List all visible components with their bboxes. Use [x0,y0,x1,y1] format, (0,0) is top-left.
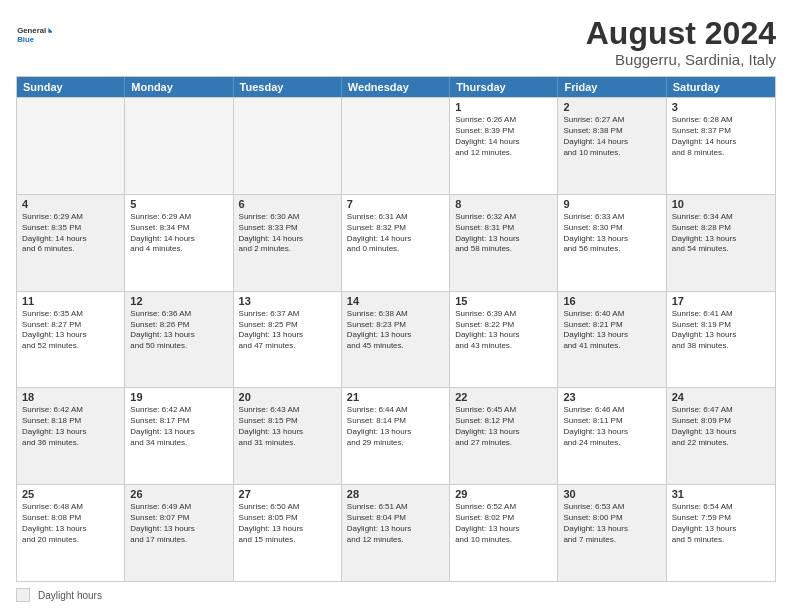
logo: General Blue [16,16,52,52]
calendar-header-day: Saturday [667,77,775,97]
day-info: Sunrise: 6:26 AMSunset: 8:39 PMDaylight:… [455,115,552,158]
calendar: SundayMondayTuesdayWednesdayThursdayFrid… [16,76,776,582]
day-number: 11 [22,295,119,307]
day-info: Sunrise: 6:38 AMSunset: 8:23 PMDaylight:… [347,309,444,352]
day-number: 17 [672,295,770,307]
day-number: 20 [239,391,336,403]
calendar-cell: 8Sunrise: 6:32 AMSunset: 8:31 PMDaylight… [450,195,558,291]
day-number: 12 [130,295,227,307]
day-number: 21 [347,391,444,403]
day-info: Sunrise: 6:47 AMSunset: 8:09 PMDaylight:… [672,405,770,448]
day-info: Sunrise: 6:49 AMSunset: 8:07 PMDaylight:… [130,502,227,545]
day-info: Sunrise: 6:29 AMSunset: 8:34 PMDaylight:… [130,212,227,255]
day-number: 9 [563,198,660,210]
calendar-cell: 27Sunrise: 6:50 AMSunset: 8:05 PMDayligh… [234,485,342,581]
day-number: 19 [130,391,227,403]
legend: Daylight hours [16,588,776,602]
calendar-cell: 26Sunrise: 6:49 AMSunset: 8:07 PMDayligh… [125,485,233,581]
day-number: 23 [563,391,660,403]
calendar-cell [342,98,450,194]
page: General Blue August 2024 Buggerru, Sardi… [0,0,792,612]
calendar-row: 25Sunrise: 6:48 AMSunset: 8:08 PMDayligh… [17,484,775,581]
day-number: 30 [563,488,660,500]
day-number: 4 [22,198,119,210]
calendar-row: 4Sunrise: 6:29 AMSunset: 8:35 PMDaylight… [17,194,775,291]
calendar-cell: 1Sunrise: 6:26 AMSunset: 8:39 PMDaylight… [450,98,558,194]
day-info: Sunrise: 6:50 AMSunset: 8:05 PMDaylight:… [239,502,336,545]
day-number: 13 [239,295,336,307]
calendar-cell: 11Sunrise: 6:35 AMSunset: 8:27 PMDayligh… [17,292,125,388]
calendar-cell: 12Sunrise: 6:36 AMSunset: 8:26 PMDayligh… [125,292,233,388]
legend-text: Daylight hours [38,590,102,601]
day-number: 10 [672,198,770,210]
calendar-header-day: Sunday [17,77,125,97]
calendar-cell: 2Sunrise: 6:27 AMSunset: 8:38 PMDaylight… [558,98,666,194]
day-info: Sunrise: 6:28 AMSunset: 8:37 PMDaylight:… [672,115,770,158]
calendar-cell: 23Sunrise: 6:46 AMSunset: 8:11 PMDayligh… [558,388,666,484]
calendar-cell: 21Sunrise: 6:44 AMSunset: 8:14 PMDayligh… [342,388,450,484]
calendar-header-day: Wednesday [342,77,450,97]
day-number: 18 [22,391,119,403]
calendar-cell: 29Sunrise: 6:52 AMSunset: 8:02 PMDayligh… [450,485,558,581]
title-block: August 2024 Buggerru, Sardinia, Italy [586,16,776,68]
day-info: Sunrise: 6:48 AMSunset: 8:08 PMDaylight:… [22,502,119,545]
calendar-header-day: Thursday [450,77,558,97]
day-number: 7 [347,198,444,210]
calendar-cell: 28Sunrise: 6:51 AMSunset: 8:04 PMDayligh… [342,485,450,581]
day-number: 3 [672,101,770,113]
day-info: Sunrise: 6:51 AMSunset: 8:04 PMDaylight:… [347,502,444,545]
day-info: Sunrise: 6:42 AMSunset: 8:18 PMDaylight:… [22,405,119,448]
calendar-cell: 18Sunrise: 6:42 AMSunset: 8:18 PMDayligh… [17,388,125,484]
day-number: 25 [22,488,119,500]
day-number: 29 [455,488,552,500]
day-number: 5 [130,198,227,210]
day-info: Sunrise: 6:43 AMSunset: 8:15 PMDaylight:… [239,405,336,448]
main-title: August 2024 [586,16,776,51]
calendar-row: 18Sunrise: 6:42 AMSunset: 8:18 PMDayligh… [17,387,775,484]
calendar-cell: 16Sunrise: 6:40 AMSunset: 8:21 PMDayligh… [558,292,666,388]
day-info: Sunrise: 6:41 AMSunset: 8:19 PMDaylight:… [672,309,770,352]
legend-box-shaded [16,588,30,602]
day-number: 14 [347,295,444,307]
calendar-cell: 31Sunrise: 6:54 AMSunset: 7:59 PMDayligh… [667,485,775,581]
calendar-row: 1Sunrise: 6:26 AMSunset: 8:39 PMDaylight… [17,97,775,194]
calendar-cell: 10Sunrise: 6:34 AMSunset: 8:28 PMDayligh… [667,195,775,291]
subtitle: Buggerru, Sardinia, Italy [586,51,776,68]
svg-marker-2 [48,28,52,33]
day-number: 16 [563,295,660,307]
day-info: Sunrise: 6:52 AMSunset: 8:02 PMDaylight:… [455,502,552,545]
day-info: Sunrise: 6:53 AMSunset: 8:00 PMDaylight:… [563,502,660,545]
day-info: Sunrise: 6:33 AMSunset: 8:30 PMDaylight:… [563,212,660,255]
day-info: Sunrise: 6:27 AMSunset: 8:38 PMDaylight:… [563,115,660,158]
calendar-cell [17,98,125,194]
day-number: 28 [347,488,444,500]
calendar-cell: 19Sunrise: 6:42 AMSunset: 8:17 PMDayligh… [125,388,233,484]
day-number: 26 [130,488,227,500]
calendar-cell: 24Sunrise: 6:47 AMSunset: 8:09 PMDayligh… [667,388,775,484]
day-info: Sunrise: 6:37 AMSunset: 8:25 PMDaylight:… [239,309,336,352]
calendar-cell: 22Sunrise: 6:45 AMSunset: 8:12 PMDayligh… [450,388,558,484]
day-info: Sunrise: 6:31 AMSunset: 8:32 PMDaylight:… [347,212,444,255]
calendar-body: 1Sunrise: 6:26 AMSunset: 8:39 PMDaylight… [17,97,775,581]
svg-text:General: General [17,26,46,35]
logo-svg: General Blue [16,16,52,52]
day-info: Sunrise: 6:44 AMSunset: 8:14 PMDaylight:… [347,405,444,448]
calendar-cell: 20Sunrise: 6:43 AMSunset: 8:15 PMDayligh… [234,388,342,484]
day-info: Sunrise: 6:30 AMSunset: 8:33 PMDaylight:… [239,212,336,255]
calendar-cell: 6Sunrise: 6:30 AMSunset: 8:33 PMDaylight… [234,195,342,291]
svg-text:Blue: Blue [17,35,35,44]
day-info: Sunrise: 6:29 AMSunset: 8:35 PMDaylight:… [22,212,119,255]
day-info: Sunrise: 6:40 AMSunset: 8:21 PMDaylight:… [563,309,660,352]
calendar-cell [125,98,233,194]
calendar-cell [234,98,342,194]
calendar-header-day: Friday [558,77,666,97]
calendar-cell: 3Sunrise: 6:28 AMSunset: 8:37 PMDaylight… [667,98,775,194]
header: General Blue August 2024 Buggerru, Sardi… [16,16,776,68]
calendar-cell: 15Sunrise: 6:39 AMSunset: 8:22 PMDayligh… [450,292,558,388]
calendar-cell: 4Sunrise: 6:29 AMSunset: 8:35 PMDaylight… [17,195,125,291]
day-info: Sunrise: 6:54 AMSunset: 7:59 PMDaylight:… [672,502,770,545]
calendar-cell: 30Sunrise: 6:53 AMSunset: 8:00 PMDayligh… [558,485,666,581]
calendar-header-day: Monday [125,77,233,97]
day-number: 2 [563,101,660,113]
calendar-cell: 25Sunrise: 6:48 AMSunset: 8:08 PMDayligh… [17,485,125,581]
